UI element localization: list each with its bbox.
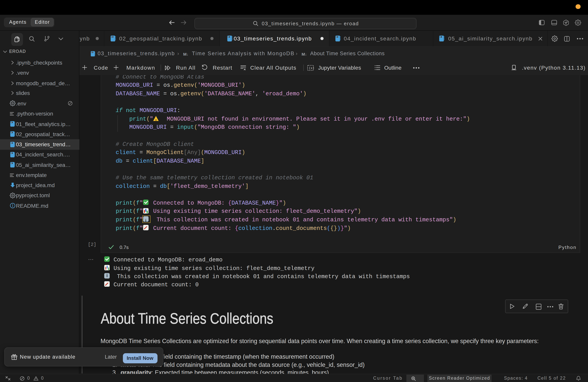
svg-text:(x): (x) — [309, 66, 314, 70]
